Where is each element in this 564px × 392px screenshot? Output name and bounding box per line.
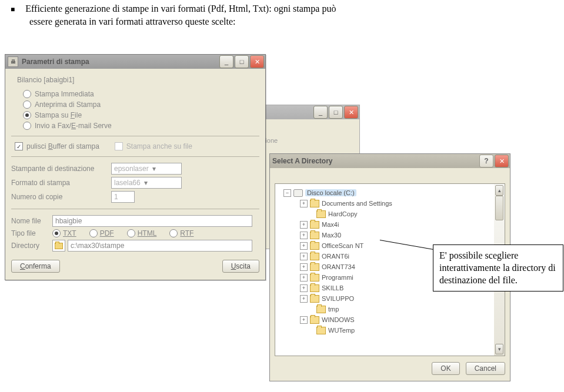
exit-button[interactable]: Uscita	[222, 260, 259, 273]
expand-icon[interactable]: +	[300, 284, 308, 292]
radio-icon	[23, 90, 31, 98]
tree-item[interactable]: +SVILUPPO	[278, 293, 502, 304]
tree-root-label: Disco locale (C:)	[305, 189, 356, 196]
radio-icon	[23, 111, 31, 119]
expand-icon[interactable]: +	[300, 232, 308, 239]
check-clean-buffer[interactable]: ✓ pulisci Buffer di stampa	[15, 142, 99, 150]
expand-icon[interactable]: +	[300, 274, 308, 282]
confirm-button[interactable]: Conferma	[11, 260, 60, 273]
expand-icon[interactable]: +	[300, 221, 308, 229]
radio-fax[interactable]: Invio a Fax/E-mail Serve	[23, 122, 259, 130]
check-label: pulisci Buffer di stampa	[26, 142, 99, 150]
folder-icon	[316, 327, 326, 334]
maximize-button[interactable]: □	[329, 106, 343, 119]
tree-label: WUTemp	[328, 327, 355, 334]
tree-label: Max4i	[322, 221, 339, 228]
close-button[interactable]: ✕	[250, 55, 264, 68]
radio-label: Invio a Fax/E-mail Serve	[35, 122, 112, 130]
check-also-file[interactable]: Stampa anche su file	[115, 142, 192, 150]
expand-icon[interactable]: +	[300, 295, 308, 303]
folder-icon	[310, 284, 319, 292]
window-title: Parametri di stampa	[22, 58, 219, 66]
folder-icon	[310, 295, 319, 303]
tree-label: Programmi	[322, 274, 353, 281]
intro-text-2: essere generata in vari formati attraver…	[29, 16, 236, 27]
close-button[interactable]: ✕	[495, 155, 509, 167]
scroll-up-icon[interactable]: ▴	[495, 185, 503, 196]
radio-icon	[89, 229, 98, 237]
tree-item[interactable]: +Max30	[278, 230, 502, 240]
tree-item[interactable]: +Documents and Settings	[278, 198, 502, 209]
disk-icon	[293, 189, 303, 197]
tree-label: SVILUPPO	[322, 295, 354, 302]
filetype-html[interactable]: HTML	[127, 229, 157, 237]
radio-immediate[interactable]: Stampa Immediata	[23, 90, 259, 98]
checkbox-icon: ✓	[15, 142, 23, 150]
minimize-button[interactable]: _	[219, 55, 233, 68]
browse-folder-button[interactable]	[52, 240, 65, 252]
folder-icon	[310, 316, 319, 324]
expand-icon[interactable]: +	[300, 200, 308, 207]
tree-item[interactable]: HardCopy	[278, 209, 502, 219]
maximize-button[interactable]: □	[235, 55, 249, 68]
scroll-thumb[interactable]	[495, 196, 503, 220]
dest-dropdown[interactable]: epsonlaser	[111, 163, 182, 175]
folder-icon	[316, 306, 326, 313]
directory-input[interactable]: c:\max30\stampe	[68, 240, 252, 252]
app-icon: 🖶	[8, 56, 18, 67]
expand-icon[interactable]: +	[300, 316, 308, 324]
label-filetype: Tipo file	[11, 229, 52, 237]
tree-label: OfficeScan NT	[322, 242, 363, 249]
radio-label: Anteprima di Stampa	[35, 100, 101, 109]
tree-root[interactable]: − Disco locale (C:)	[278, 187, 502, 198]
radio-icon	[23, 122, 31, 130]
filetype-rtf[interactable]: RTF	[169, 229, 193, 237]
bullet-square-icon: ■	[11, 5, 15, 14]
print-params-window: 🖶 Parametri di stampa _ □ ✕ Bilancio [ab…	[5, 54, 266, 280]
minimize-button[interactable]: _	[313, 106, 328, 119]
close-button[interactable]: ✕	[344, 106, 358, 119]
format-dropdown[interactable]: lasela66	[111, 177, 182, 189]
radio-label: Stampa Immediata	[35, 90, 94, 98]
copies-input[interactable]: 1	[111, 191, 135, 203]
radio-icon	[52, 229, 61, 237]
label-format: Formato di stampa	[11, 179, 111, 187]
folder-icon	[310, 200, 319, 207]
tree-label: HardCopy	[328, 210, 358, 217]
checkbox-icon	[115, 142, 123, 150]
label-dest: Stampante di destinazione	[11, 165, 111, 173]
tree-item[interactable]: WUTemp	[278, 325, 502, 336]
filetype-txt[interactable]: TXT	[52, 229, 76, 237]
label-directory: Directory	[11, 242, 52, 250]
radio-icon	[127, 229, 135, 237]
filetype-pdf[interactable]: PDF	[89, 229, 114, 237]
expand-icon[interactable]: +	[300, 242, 308, 250]
collapse-icon[interactable]: −	[283, 189, 291, 197]
radio-tofile[interactable]: Stampa su File	[23, 111, 259, 119]
tree-label: ORANT6i	[322, 253, 349, 260]
tree-label: tmp	[328, 306, 339, 313]
annotation-box: E' possibile scegliere interattivamente …	[433, 244, 563, 292]
intro-text-1: Efficiente generazione di stampe in vari…	[25, 4, 336, 14]
folder-icon	[310, 232, 319, 239]
label-copies: Numero di copie	[11, 193, 111, 201]
check-label: Stampa anche su file	[126, 142, 192, 150]
tree-item[interactable]: +Max4i	[278, 219, 502, 230]
ok-button[interactable]: OK	[432, 362, 459, 375]
filename-input[interactable]: hbaigbie	[52, 215, 252, 227]
radio-preview[interactable]: Anteprima di Stampa	[23, 100, 259, 109]
tree-item[interactable]: tmp	[278, 304, 502, 314]
expand-icon[interactable]: +	[300, 263, 308, 271]
scroll-down-icon[interactable]: ▾	[495, 344, 503, 354]
folder-icon	[310, 253, 319, 260]
expand-icon[interactable]: +	[300, 253, 308, 260]
intro-line-1: ■ Efficiente generazione di stampe in va…	[11, 4, 336, 14]
radio-label: Stampa su File	[35, 111, 82, 119]
folder-icon	[316, 210, 326, 218]
tree-label: SKILLB	[322, 284, 343, 292]
folder-icon	[310, 274, 319, 282]
help-button[interactable]: ?	[479, 155, 493, 167]
tree-item[interactable]: +WINDOWS	[278, 314, 502, 325]
cancel-button[interactable]: Cancel	[466, 362, 505, 375]
folder-icon	[310, 242, 319, 250]
